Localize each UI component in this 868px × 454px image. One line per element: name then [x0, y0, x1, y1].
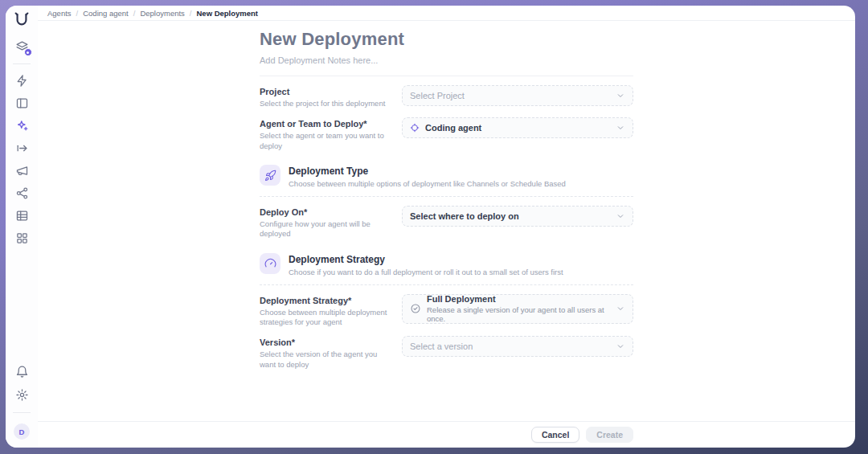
deployment-type-section: Deployment Type Choose between multiple …: [260, 165, 633, 188]
gear-icon[interactable]: [15, 388, 29, 402]
breadcrumb-separator: /: [133, 9, 136, 18]
deployment-strategy-description: Choose if you want to do a full deployme…: [289, 268, 563, 276]
strategy-select-description: Release a single version of your agent t…: [427, 305, 616, 323]
version-select[interactable]: Select a version: [402, 336, 633, 357]
zap-icon[interactable]: [15, 74, 29, 88]
sidebar-divider: [13, 63, 31, 64]
page-content: New Deployment Add Deployment Notes here…: [38, 21, 855, 421]
deployment-strategy-section: Deployment Strategy Choose if you want t…: [260, 253, 633, 276]
deploy-on-description: Configure how your agent will be deploye…: [260, 219, 402, 239]
chevron-down-icon: [616, 123, 625, 133]
app-logo-icon[interactable]: [11, 10, 32, 31]
deploy-on-select[interactable]: Select where to deploy on: [402, 206, 633, 227]
strategy-label: Deployment Strategy*: [260, 294, 402, 305]
chevron-down-icon: [616, 211, 625, 221]
deployment-type-title: Deployment Type: [289, 165, 566, 177]
divider: [260, 76, 633, 76]
project-description: Select the project for this deployment: [260, 99, 402, 108]
breadcrumb-current: New Deployment: [196, 9, 258, 18]
sidebar-divider: [13, 412, 31, 413]
share-icon[interactable]: [15, 186, 29, 200]
apps-grid-icon[interactable]: [15, 231, 29, 245]
crosshair-agent-icon: [410, 123, 420, 133]
window-frame: D Agents / Coding agent / Deployments / …: [0, 0, 868, 454]
create-button[interactable]: Create: [586, 427, 633, 443]
bell-icon[interactable]: [15, 365, 29, 378]
agents-icon[interactable]: [15, 40, 29, 54]
strategy-description: Choose between multiple deployment strat…: [260, 308, 402, 328]
page-title: New Deployment: [260, 29, 633, 50]
version-select-placeholder: Select a version: [410, 342, 616, 351]
project-label: Project: [260, 85, 402, 96]
deployment-type-description: Choose between multiple options of deplo…: [289, 179, 566, 188]
sidebar-bottom: D: [13, 365, 31, 440]
sparkles-icon[interactable]: [15, 119, 29, 133]
project-select[interactable]: Select Project: [402, 85, 633, 106]
deploy-on-label: Deploy On*: [260, 206, 402, 217]
version-description: Select the version of the agent you want…: [260, 350, 402, 370]
topbar: Agents / Coding agent / Deployments / Ne…: [38, 6, 855, 21]
main-area: Agents / Coding agent / Deployments / Ne…: [38, 6, 855, 448]
table-icon[interactable]: [15, 209, 29, 223]
agent-label: Agent or Team to Deploy*: [260, 117, 402, 129]
agent-description: Select the agent or team you want to dep…: [260, 131, 402, 151]
agent-field-row: Agent or Team to Deploy* Select the agen…: [260, 117, 633, 151]
strategy-select[interactable]: Full Deployment Release a single version…: [402, 294, 633, 324]
version-field-row: Version* Select the version of the agent…: [260, 336, 633, 370]
chevron-down-icon: [616, 304, 625, 313]
panel-layout-icon[interactable]: [15, 96, 29, 110]
chevron-down-icon: [616, 342, 625, 351]
strategy-field-row: Deployment Strategy* Choose between mult…: [260, 294, 633, 328]
deploy-on-select-value: Select where to deploy on: [410, 211, 616, 221]
agent-select[interactable]: Coding agent: [402, 117, 633, 138]
sidebar: D: [6, 6, 38, 448]
version-label: Version*: [260, 336, 402, 347]
breadcrumb-separator: /: [76, 9, 79, 18]
sidebar-nav: [13, 40, 31, 245]
project-field-row: Project Select the project for this depl…: [260, 85, 633, 108]
dashed-divider: [260, 284, 633, 285]
footer-bar: Cancel Create: [38, 421, 855, 448]
breadcrumb-agents[interactable]: Agents: [47, 9, 72, 18]
cancel-button[interactable]: Cancel: [531, 427, 579, 443]
breadcrumb: Agents / Coding agent / Deployments / Ne…: [47, 9, 258, 18]
deployment-notes-input[interactable]: Add Deployment Notes here...: [260, 55, 633, 65]
strategy-select-value: Full Deployment: [427, 294, 496, 304]
deploy-on-field-row: Deploy On* Configure how your agent will…: [260, 206, 633, 239]
breadcrumb-coding-agent[interactable]: Coding agent: [83, 9, 129, 18]
dashed-divider: [260, 196, 633, 197]
breadcrumb-separator: /: [190, 9, 192, 18]
rocket-icon: [260, 165, 280, 186]
breadcrumb-deployments[interactable]: Deployments: [140, 9, 184, 18]
gauge-icon: [260, 253, 280, 274]
user-avatar[interactable]: D: [14, 423, 30, 440]
check-circle-icon: [410, 303, 421, 314]
agents-notification-badge: [24, 48, 32, 56]
project-select-placeholder: Select Project: [410, 91, 616, 100]
chevron-down-icon: [616, 91, 625, 100]
app-window: D Agents / Coding agent / Deployments / …: [6, 6, 855, 448]
deployment-strategy-title: Deployment Strategy: [289, 253, 563, 265]
megaphone-icon[interactable]: [15, 164, 29, 178]
arrow-forward-icon[interactable]: [15, 141, 29, 155]
agent-select-value: Coding agent: [425, 123, 616, 133]
